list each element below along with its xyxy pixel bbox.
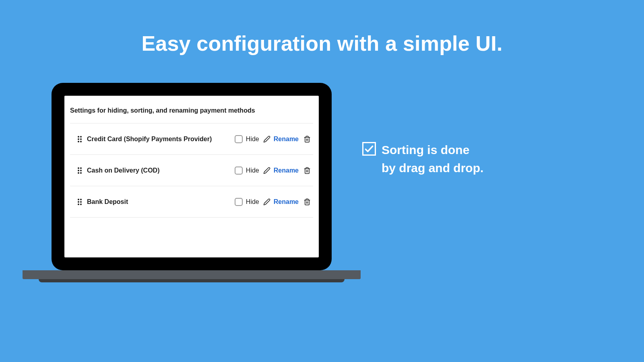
payment-method-row: Cash on Delivery (COD) Hide Rename	[70, 155, 313, 186]
app-screen: Settings for hiding, sorting, and renami…	[64, 96, 319, 257]
trash-icon[interactable]	[303, 136, 311, 143]
payment-method-name: Credit Card (Shopify Payments Provider)	[87, 136, 235, 143]
drag-handle-icon[interactable]	[76, 198, 84, 206]
pencil-icon[interactable]	[263, 167, 270, 174]
svg-point-18	[78, 201, 79, 203]
trash-icon[interactable]	[303, 198, 311, 206]
laptop-bezel: Settings for hiding, sorting, and renami…	[52, 83, 332, 270]
svg-point-9	[80, 167, 82, 169]
rename-link[interactable]: Rename	[274, 167, 299, 174]
hide-checkbox[interactable]	[235, 167, 243, 175]
svg-point-21	[80, 204, 82, 205]
svg-point-13	[80, 172, 82, 174]
callout-line1: Sorting is done	[382, 141, 483, 159]
drag-handle-icon[interactable]	[76, 136, 84, 143]
panel-title: Settings for hiding, sorting, and renami…	[70, 96, 313, 123]
svg-point-4	[78, 141, 79, 142]
payment-method-name: Bank Deposit	[87, 198, 235, 206]
svg-point-1	[80, 136, 82, 138]
checkbox-checked-icon	[362, 142, 376, 156]
svg-point-10	[78, 170, 79, 171]
laptop-foot	[39, 279, 345, 282]
svg-point-12	[78, 172, 79, 174]
row-actions: Hide Rename	[235, 198, 312, 206]
svg-point-2	[78, 138, 79, 140]
svg-point-8	[78, 167, 79, 169]
trash-icon[interactable]	[303, 167, 311, 174]
callout-line2: by drag and drop.	[382, 159, 483, 177]
drag-handle-icon[interactable]	[76, 167, 84, 174]
hide-label: Hide	[246, 136, 259, 143]
pencil-icon[interactable]	[263, 136, 270, 143]
payment-method-row: Credit Card (Shopify Payments Provider) …	[70, 123, 313, 155]
laptop-mockup: Settings for hiding, sorting, and renami…	[52, 83, 332, 282]
hide-checkbox[interactable]	[235, 135, 243, 143]
svg-point-5	[80, 141, 82, 142]
svg-point-16	[78, 199, 79, 200]
row-actions: Hide Rename	[235, 135, 312, 143]
callout-text: Sorting is done by drag and drop.	[382, 141, 483, 177]
rename-link[interactable]: Rename	[274, 136, 299, 143]
svg-point-0	[78, 136, 79, 138]
page-headline: Easy configuration with a simple UI.	[0, 31, 644, 56]
svg-point-20	[78, 204, 79, 205]
svg-point-19	[80, 201, 82, 203]
payment-method-name: Cash on Delivery (COD)	[87, 167, 235, 174]
hide-label: Hide	[246, 198, 259, 206]
feature-callout: Sorting is done by drag and drop.	[362, 141, 483, 177]
hide-checkbox[interactable]	[235, 198, 243, 206]
payment-method-row: Bank Deposit Hide Rename	[70, 186, 313, 218]
hide-label: Hide	[246, 167, 259, 174]
laptop-base	[23, 270, 361, 279]
svg-point-11	[80, 170, 82, 171]
svg-point-17	[80, 199, 82, 200]
rename-link[interactable]: Rename	[274, 198, 299, 206]
svg-point-3	[80, 138, 82, 140]
row-actions: Hide Rename	[235, 167, 312, 175]
pencil-icon[interactable]	[263, 198, 270, 206]
